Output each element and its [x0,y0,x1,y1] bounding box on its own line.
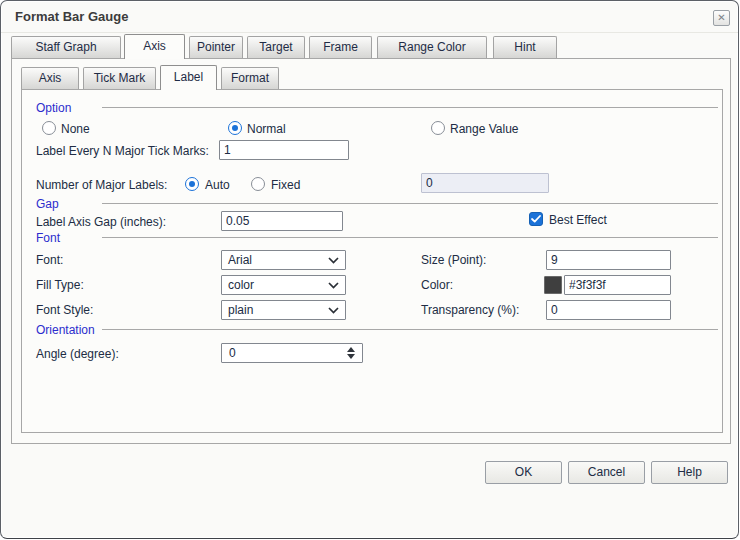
subtab-axis[interactable]: Axis [21,67,79,89]
close-icon: ✕ [717,12,725,23]
format-bar-gauge-dialog: Format Bar Gauge ✕ Staff Graph Axis Poin… [0,0,739,539]
tab-hint[interactable]: Hint [493,36,557,58]
font-style-select-value: plain [228,303,253,317]
chevron-down-icon [328,282,339,289]
angle-degree-label: Angle (degree): [36,347,119,361]
tab-pointer[interactable]: Pointer [189,36,243,58]
tab-frame[interactable]: Frame [309,36,372,58]
close-button[interactable]: ✕ [713,10,730,26]
help-button[interactable]: Help [651,461,728,484]
tab-target[interactable]: Target [247,36,305,58]
none-radio[interactable] [42,121,56,135]
label-axis-gap-label: Label Axis Gap (inches): [36,215,166,229]
angle-degree-value: 0 [229,346,236,360]
best-effect-label[interactable]: Best Effect [549,213,607,227]
auto-radio[interactable] [185,177,199,191]
transparency-label: Transparency (%): [421,303,519,317]
size-point-input[interactable] [546,250,671,270]
transparency-input[interactable] [546,300,671,320]
label-every-n-label: Label Every N Major Tick Marks: [36,144,209,158]
spinner-down-icon[interactable] [347,354,355,359]
fixed-radio[interactable] [251,177,265,191]
fill-type-select-value: color [228,278,254,292]
chevron-down-icon [328,257,339,264]
fill-type-label: Fill Type: [36,278,84,292]
font-select[interactable]: Arial [221,250,346,270]
check-icon [531,215,541,223]
angle-degree-stepper[interactable]: 0 [221,343,363,363]
orientation-section-header: Orientation [36,323,95,337]
tab-axis[interactable]: Axis [124,34,185,59]
font-style-select[interactable]: plain [221,300,346,320]
label-every-n-input[interactable] [219,140,349,160]
dialog-title: Format Bar Gauge [15,9,128,24]
subtab-label[interactable]: Label [160,65,217,90]
font-section-header: Font [36,231,60,245]
font-style-label: Font Style: [36,303,93,317]
subtab-format[interactable]: Format [221,67,279,89]
range-value-radio-label[interactable]: Range Value [450,122,519,136]
axis-sub-tab-bar: Axis Tick Mark Label Format [21,65,279,90]
best-effect-checkbox[interactable] [529,212,543,226]
font-label: Font: [36,253,63,267]
color-swatch[interactable] [544,276,562,294]
title-bar: Format Bar Gauge ✕ [1,1,738,33]
color-input[interactable] [564,275,671,295]
cancel-button[interactable]: Cancel [568,461,645,484]
font-select-value: Arial [228,253,252,267]
fill-type-select[interactable]: color [221,275,346,295]
range-value-radio[interactable] [431,121,445,135]
subtab-tick-mark[interactable]: Tick Mark [83,67,156,89]
main-tab-bar: Staff Graph Axis Pointer Target Frame Ra… [11,34,557,59]
option-section-divider [102,107,718,108]
orientation-section-divider [102,329,718,330]
fixed-radio-label[interactable]: Fixed [271,178,300,192]
option-section-header: Option [36,101,71,115]
normal-radio-label[interactable]: Normal [247,122,286,136]
fixed-count-input [421,173,549,193]
tab-range-color[interactable]: Range Color [377,36,487,58]
tab-staff-graph[interactable]: Staff Graph [11,36,121,58]
chevron-down-icon [328,307,339,314]
stepper-arrows [347,347,355,359]
auto-radio-label[interactable]: Auto [205,178,230,192]
number-major-labels-label: Number of Major Labels: [36,178,167,192]
font-section-divider [102,237,718,238]
color-label: Color: [421,278,453,292]
gap-section-divider [102,203,718,204]
spinner-up-icon[interactable] [347,347,355,352]
none-radio-label[interactable]: None [61,122,90,136]
ok-button[interactable]: OK [485,461,562,484]
size-point-label: Size (Point): [421,253,486,267]
label-axis-gap-input[interactable] [221,211,343,231]
normal-radio[interactable] [228,121,242,135]
gap-section-header: Gap [36,197,59,211]
